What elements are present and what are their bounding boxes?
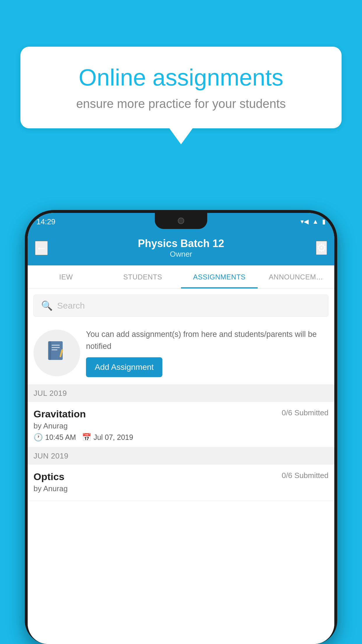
assignment-date: 📅 Jul 07, 2019 — [82, 433, 133, 442]
phone-notch — [155, 213, 207, 229]
wifi-icon: ▾◀ — [301, 218, 309, 225]
assignment-time: 🕐 10:45 AM — [34, 433, 76, 442]
assignment-name: Optics — [34, 471, 64, 482]
assignment-name: Gravitation — [34, 408, 86, 420]
speech-bubble-container: Online assignments ensure more practice … — [20, 47, 342, 144]
phone-inner: 14:29 ▾◀ ▲ ▮ ← Physics Batch 12 Owner ⚙ … — [28, 213, 334, 644]
section-header-jul2019: JUL 2019 — [28, 385, 334, 402]
svg-rect-2 — [52, 345, 60, 346]
speech-bubble-tail — [169, 128, 193, 144]
front-camera — [178, 218, 184, 224]
app-header: ← Physics Batch 12 Owner ⚙ — [28, 230, 334, 265]
assignment-row-header: Optics 0/6 Submitted — [34, 471, 328, 482]
speech-bubble-subtitle: ensure more practice for your students — [41, 97, 321, 111]
clock-icon: 🕐 — [34, 433, 43, 442]
battery-icon: ▮ — [322, 218, 326, 225]
header-subtitle: Owner — [138, 250, 224, 259]
speech-bubble: Online assignments ensure more practice … — [20, 47, 342, 128]
search-icon: 🔍 — [41, 300, 53, 311]
promo-content: You can add assignment(s) from here and … — [86, 328, 328, 377]
assignment-time-value: 10:45 AM — [45, 433, 76, 442]
tab-announcements[interactable]: ANNOUNCEM… — [258, 265, 334, 288]
promo-text: You can add assignment(s) from here and … — [86, 328, 328, 352]
status-time: 14:29 — [36, 217, 55, 226]
content-area: 🔍 Search — [28, 289, 334, 644]
search-bar[interactable]: 🔍 Search — [34, 295, 328, 317]
add-assignment-button[interactable]: Add Assignment — [86, 357, 162, 377]
tabs-bar: IEW STUDENTS ASSIGNMENTS ANNOUNCEM… — [28, 265, 334, 289]
section-header-jun2019: JUN 2019 — [28, 447, 334, 465]
assignment-submitted: 0/6 Submitted — [282, 408, 328, 417]
add-assignment-promo: You can add assignment(s) from here and … — [28, 321, 334, 385]
speech-bubble-title: Online assignments — [41, 64, 321, 91]
tab-assignments[interactable]: ASSIGNMENTS — [181, 265, 258, 288]
notebook-icon — [45, 339, 68, 367]
tab-students[interactable]: STUDENTS — [104, 265, 181, 288]
tab-iew[interactable]: IEW — [28, 265, 104, 288]
back-button[interactable]: ← — [35, 241, 48, 255]
assignment-author: by Anurag — [34, 484, 328, 493]
phone-frame: 14:29 ▾◀ ▲ ▮ ← Physics Batch 12 Owner ⚙ … — [25, 210, 337, 644]
calendar-icon: 📅 — [82, 433, 91, 442]
settings-button[interactable]: ⚙ — [316, 241, 327, 255]
status-icons: ▾◀ ▲ ▮ — [301, 218, 326, 225]
svg-rect-3 — [52, 347, 60, 348]
svg-rect-1 — [49, 341, 51, 360]
assignment-meta: 🕐 10:45 AM 📅 Jul 07, 2019 — [34, 433, 328, 442]
svg-rect-4 — [52, 349, 57, 350]
assignment-row-header: Gravitation 0/6 Submitted — [34, 408, 328, 420]
header-title: Physics Batch 12 — [138, 237, 224, 250]
table-row[interactable]: Gravitation 0/6 Submitted by Anurag 🕐 10… — [28, 402, 334, 447]
search-placeholder: Search — [57, 301, 85, 311]
header-title-block: Physics Batch 12 Owner — [138, 237, 224, 259]
promo-icon-circle — [34, 330, 80, 376]
signal-icon: ▲ — [312, 218, 319, 225]
assignment-author: by Anurag — [34, 421, 328, 430]
table-row[interactable]: Optics 0/6 Submitted by Anurag — [28, 465, 334, 501]
assignment-date-value: Jul 07, 2019 — [94, 433, 133, 442]
assignment-submitted: 0/6 Submitted — [282, 471, 328, 480]
